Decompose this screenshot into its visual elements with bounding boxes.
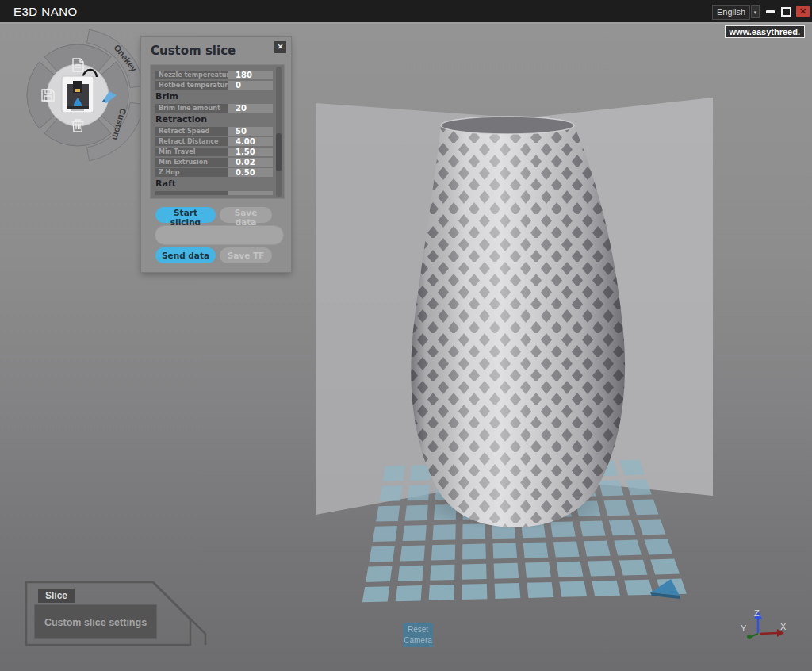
- settings-section-header: Retraction: [155, 114, 273, 125]
- bed-tile: [614, 540, 642, 556]
- bed-tile: [619, 560, 648, 576]
- bed-tile: [462, 584, 488, 600]
- bed-tile: [592, 581, 620, 596]
- bed-tile: [603, 500, 630, 516]
- bed-tile: [431, 545, 455, 561]
- bed-tile: [383, 466, 405, 481]
- bed-tile: [403, 525, 427, 541]
- save-tf-button[interactable]: Save TF: [220, 247, 272, 263]
- bed-tile: [609, 520, 636, 536]
- setting-value-field[interactable]: 4.00: [228, 137, 273, 146]
- dialog-close-icon[interactable]: ✕: [274, 41, 286, 53]
- bed-tile: [632, 500, 659, 516]
- custom-slice-dialog: Custom slice ✕ Nozzle tempereature180Hot…: [141, 37, 291, 272]
- titlebar: E3D NANO English ▾ ✕: [0, 0, 812, 24]
- bed-tile: [624, 580, 653, 596]
- bed-tile: [525, 562, 551, 578]
- slice-panel-title: Slice: [38, 589, 75, 603]
- bed-tile: [462, 544, 486, 560]
- bed-tile: [398, 566, 423, 581]
- setting-label: Z Hop: [155, 168, 228, 177]
- settings-scrollbar[interactable]: [276, 67, 282, 197]
- maximize-button[interactable]: [779, 6, 793, 17]
- bed-tile: [493, 543, 518, 559]
- setting-value-field[interactable]: 0.50: [228, 168, 273, 177]
- bed-tile: [580, 521, 606, 537]
- setting-label: Brim line amount: [155, 104, 228, 113]
- minimize-icon: [766, 10, 775, 13]
- bed-tile: [376, 506, 400, 522]
- bed-tile: [584, 541, 611, 557]
- settings-section-header: Brim: [155, 91, 273, 102]
- bed-tile: [379, 485, 402, 501]
- bed-tile: [650, 559, 680, 575]
- setting-value-field[interactable]: 20: [228, 104, 273, 113]
- setting-row: Min Travel1.50: [155, 148, 273, 156]
- setting-row: Nozzle tempereature180: [155, 71, 273, 79]
- setting-value-field[interactable]: 0: [228, 81, 273, 90]
- send-data-button[interactable]: Send data: [155, 247, 216, 263]
- bed-tile: [523, 543, 549, 558]
- bed-tile: [559, 581, 587, 597]
- close-button[interactable]: ✕: [796, 6, 810, 17]
- axis-label-z: Z: [754, 608, 760, 618]
- setting-row: Z Hop0.50: [155, 168, 273, 177]
- bed-tile: [588, 561, 615, 577]
- custom-slice-settings-button[interactable]: Custom slice settings: [34, 604, 157, 639]
- bed-tile: [645, 539, 673, 555]
- settings-section-header: Raft: [155, 178, 273, 189]
- setting-row: Min Extrusion0.02: [155, 158, 273, 167]
- viewport-3d[interactable]: Onekey Custom: [0, 0, 812, 671]
- bed-tile: [433, 524, 456, 540]
- scrollbar-thumb[interactable]: [276, 133, 282, 171]
- printer-image: [47, 64, 109, 126]
- start-slicing-button[interactable]: Start slicing: [155, 207, 216, 223]
- bed-tile: [495, 583, 521, 599]
- setting-label: Nozzle tempereature: [155, 71, 228, 79]
- language-selector[interactable]: English: [712, 5, 750, 20]
- setting-row: [155, 191, 273, 195]
- watermark: www.easythreed.: [725, 25, 805, 38]
- setting-value-field[interactable]: [228, 191, 273, 195]
- bed-tile: [430, 565, 454, 581]
- maximize-icon: [781, 7, 791, 17]
- bed-tile: [527, 582, 554, 598]
- bed-tile: [400, 545, 425, 561]
- setting-label: Retract Speed: [155, 127, 228, 136]
- setting-label: [155, 191, 228, 195]
- settings-panel: Nozzle tempereature180Hotbed temperature…: [151, 65, 284, 198]
- setting-value-field[interactable]: 1.50: [228, 148, 273, 156]
- bed-tile: [396, 585, 422, 601]
- bed-tile: [366, 566, 392, 582]
- bed-tile: [362, 586, 389, 602]
- model-vase[interactable]: [411, 117, 625, 527]
- reset-camera-button[interactable]: Reset Camera: [403, 623, 433, 647]
- setting-label: Min Extrusion: [155, 158, 228, 167]
- minimize-button[interactable]: [764, 6, 777, 17]
- slicing-progress-box: [155, 226, 283, 244]
- setting-value-field[interactable]: 50: [228, 127, 273, 136]
- bed-tile: [373, 526, 397, 542]
- settings-rows: Nozzle tempereature180Hotbed temperature…: [155, 71, 284, 195]
- app-window: Onekey Custom: [0, 0, 812, 671]
- bed-tile: [494, 563, 519, 579]
- axis-indicator: Z Y X: [741, 608, 787, 639]
- setting-value-field[interactable]: 0.02: [228, 158, 273, 167]
- setting-row: Retract Speed50: [155, 127, 273, 136]
- axis-label-y: Y: [741, 623, 747, 633]
- bed-tile: [429, 585, 454, 600]
- setting-row: Retract Distance4.00: [155, 137, 273, 146]
- bed-tile: [638, 520, 666, 535]
- language-value: English: [717, 7, 745, 17]
- setting-value-field[interactable]: 180: [228, 71, 273, 79]
- bed-tile: [557, 562, 584, 577]
- setting-label: Min Travel: [155, 148, 228, 156]
- save-data-button[interactable]: Save data: [220, 207, 272, 223]
- setting-label: Retract Distance: [155, 137, 228, 146]
- bed-tile: [462, 564, 487, 580]
- dialog-title: Custom slice: [151, 44, 236, 58]
- axis-label-x: X: [780, 622, 787, 631]
- setting-row: Hotbed temperature0: [155, 81, 273, 90]
- tool-wheel: Onekey Custom: [27, 29, 144, 160]
- language-dropdown-icon[interactable]: ▾: [751, 5, 760, 18]
